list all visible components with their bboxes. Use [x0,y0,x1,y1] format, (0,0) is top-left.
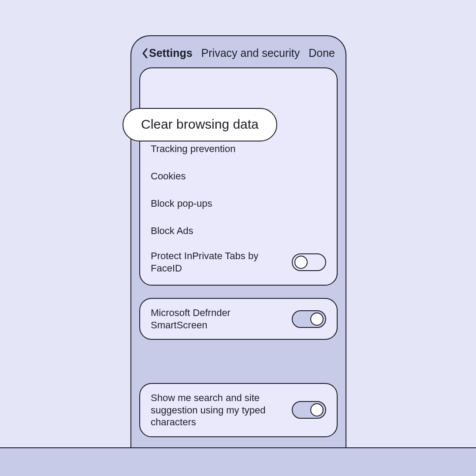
protect-inprivate-label: Protect InPrivate Tabs by FaceID [151,250,265,274]
row-protect-inprivate: Protect InPrivate Tabs by FaceID [151,245,326,274]
phone-frame: Settings Privacy and security Done Clear… [130,35,346,447]
navbar: Settings Privacy and security Done [139,43,338,67]
suggestions-toggle[interactable] [292,401,326,419]
suggestions-card: Show me search and site suggestion using… [139,383,338,437]
row-smartscreen: Microsoft Defrnder SmartScreen [151,307,326,331]
list-item-cookies[interactable]: Cookies [151,163,326,190]
protect-inprivate-toggle[interactable] [292,253,326,271]
suggestions-label: Show me search and site suggestion using… [151,392,279,428]
ground [0,448,476,476]
clear-browsing-data-callout[interactable]: Clear browsing data [123,108,277,141]
toggle-knob [294,256,308,269]
toggle-knob [310,403,324,416]
clear-browsing-data-label: Clear browsing data [141,117,259,131]
toggle-knob [310,312,324,326]
chevron-left-icon [142,48,148,59]
nav-back-label: Settings [149,47,193,60]
spacer [139,352,338,383]
list-item-block-popups[interactable]: Block pop-ups [151,190,326,217]
smartscreen-toggle[interactable] [292,310,326,328]
nav-back-group[interactable]: Settings [142,47,193,60]
privacy-options-card: Diagnostic data Tracking prevention Cook… [139,67,338,286]
nav-title: Privacy and security [201,47,300,60]
smartscreen-card: Microsoft Defrnder SmartScreen [139,298,338,340]
smartscreen-label: Microsoft Defrnder SmartScreen [151,307,279,331]
row-suggestions: Show me search and site suggestion using… [151,392,326,428]
nav-done-button[interactable]: Done [309,47,335,60]
list-item-block-ads[interactable]: Block Ads [151,217,326,245]
